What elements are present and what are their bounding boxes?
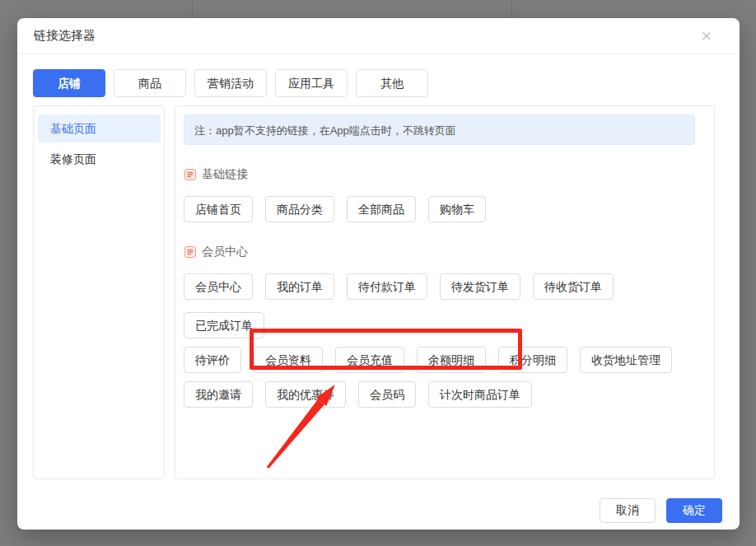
tab-其他[interactable]: 其他: [356, 69, 428, 97]
section-title: 会员中心: [202, 245, 248, 259]
link-会员中心[interactable]: 会员中心: [184, 273, 253, 300]
category-tabs: 店铺商品营销活动应用工具其他: [17, 54, 740, 97]
link-余额明细[interactable]: 余额明细: [417, 347, 486, 373]
link-sections: 基础链接店铺首页商品分类全部商品购物车会员中心会员中心我的订单待付款订单待发货订…: [184, 167, 706, 408]
link-selector-dialog: 链接选择器 × 店铺商品营销活动应用工具其他 基础页面装修页面 注：app暂不支…: [17, 18, 740, 530]
link-商品分类[interactable]: 商品分类: [265, 196, 334, 222]
tab-商品[interactable]: 商品: [114, 69, 186, 97]
section-header: 基础链接: [184, 167, 706, 182]
page-type-sidebar: 基础页面装修页面: [33, 105, 165, 479]
link-待收货订单[interactable]: 待收货订单: [533, 273, 614, 300]
link-积分明细[interactable]: 积分明细: [498, 347, 567, 373]
link-已完成订单[interactable]: 已完成订单: [184, 312, 264, 338]
link-待评价[interactable]: 待评价: [184, 347, 241, 373]
sidebar-item-基础页面[interactable]: 基础页面: [38, 114, 161, 142]
link-全部商品[interactable]: 全部商品: [347, 196, 416, 222]
tab-应用工具[interactable]: 应用工具: [275, 69, 348, 97]
dialog-title: 链接选择器: [34, 28, 96, 44]
section-header: 会员中心: [184, 245, 706, 259]
dialog-header: 链接选择器 ×: [17, 18, 740, 54]
link-会员资料[interactable]: 会员资料: [254, 347, 323, 373]
list-icon: [184, 169, 196, 180]
link-row: 我的邀请我的优惠券会员码计次时商品订单: [184, 381, 706, 408]
notice-banner: 注：app暂不支持的链接，在App端点击时，不跳转页面: [184, 114, 695, 145]
link-待发货订单[interactable]: 待发货订单: [440, 273, 520, 300]
dialog-footer: 取消 确定: [600, 498, 722, 523]
link-店铺首页[interactable]: 店铺首页: [184, 196, 253, 222]
link-我的邀请[interactable]: 我的邀请: [184, 381, 253, 408]
cancel-button[interactable]: 取消: [600, 498, 656, 523]
dialog-body: 基础页面装修页面 注：app暂不支持的链接，在App端点击时，不跳转页面 基础链…: [17, 97, 740, 479]
link-我的优惠券[interactable]: 我的优惠券: [265, 381, 346, 408]
link-row: 会员中心我的订单待付款订单待发货订单待收货订单已完成订单: [184, 273, 706, 338]
list-icon: [184, 246, 196, 258]
link-row: 店铺首页商品分类全部商品购物车: [184, 196, 706, 222]
confirm-button[interactable]: 确定: [666, 498, 722, 523]
sidebar-item-装修页面[interactable]: 装修页面: [38, 145, 161, 173]
link-待付款订单[interactable]: 待付款订单: [347, 273, 427, 300]
section-title: 基础链接: [202, 167, 248, 182]
background-page-divider: [192, 0, 193, 18]
link-购物车[interactable]: 购物车: [428, 196, 486, 222]
link-计次时商品订单[interactable]: 计次时商品订单: [428, 381, 532, 408]
link-收货地址管理[interactable]: 收货地址管理: [580, 347, 672, 373]
link-我的订单[interactable]: 我的订单: [265, 273, 334, 300]
close-icon[interactable]: ×: [701, 27, 712, 45]
link-会员码[interactable]: 会员码: [358, 381, 416, 408]
background-page-divider: [511, 0, 512, 18]
links-panel: 注：app暂不支持的链接，在App端点击时，不跳转页面 基础链接店铺首页商品分类…: [175, 105, 715, 479]
tab-营销活动[interactable]: 营销活动: [194, 69, 267, 97]
link-会员充值[interactable]: 会员充值: [335, 347, 404, 373]
link-row: 待评价会员资料会员充值余额明细积分明细收货地址管理: [184, 347, 706, 373]
tab-店铺[interactable]: 店铺: [33, 69, 105, 97]
